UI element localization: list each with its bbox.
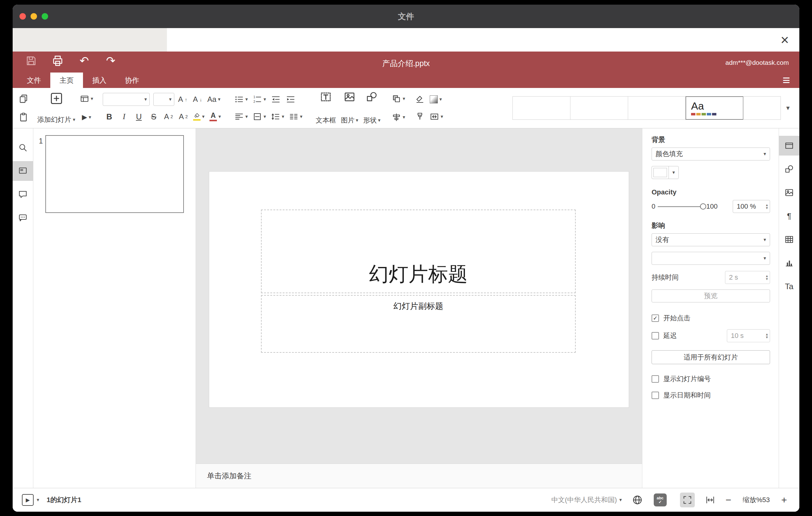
spinner-arrows[interactable]: ▴▾ (766, 203, 768, 210)
slides-panel-button[interactable] (13, 161, 33, 181)
theme-tile[interactable] (628, 96, 686, 120)
fullscreen-traffic-button[interactable] (42, 13, 48, 20)
image-settings-button[interactable] (779, 183, 800, 202)
horizontal-align-button[interactable]: ▾ (233, 110, 249, 124)
subtitle-placeholder[interactable]: 幻灯片副标题 (261, 295, 576, 353)
undo-button[interactable]: ↶ (78, 54, 91, 67)
chart-settings-button[interactable] (779, 253, 800, 273)
slide-layout-button[interactable]: ▾ (78, 92, 95, 106)
strikethrough-button[interactable]: S (147, 110, 160, 124)
slide-canvas[interactable]: 幻灯片标题 幻灯片副标题 (196, 128, 642, 463)
bullets-button[interactable]: ▾ (233, 92, 249, 107)
font-size-select[interactable]: ▾ (153, 93, 174, 106)
align-shape-button[interactable]: ▾ (390, 110, 407, 124)
slide-surface[interactable]: 幻灯片标题 幻灯片副标题 (209, 172, 629, 407)
language-select[interactable]: 中文(中华人民共和国) ▾ (551, 495, 622, 505)
minimize-traffic-button[interactable] (31, 13, 37, 20)
clear-style-button[interactable] (413, 92, 426, 107)
columns-button[interactable]: ▾ (288, 110, 304, 124)
paragraph-settings-button[interactable]: ¶ (779, 206, 800, 226)
apply-to-all-button[interactable]: 适用于所有幻灯片 (651, 350, 770, 364)
slide-size-button[interactable]: ▾ (428, 110, 444, 124)
change-case-button[interactable]: Aa▾ (206, 92, 222, 107)
insert-textbox-button[interactable]: 文本框 (313, 90, 339, 125)
zoom-in-button[interactable]: + (781, 494, 787, 506)
theme-tile[interactable] (570, 96, 628, 120)
show-slide-number-checkbox[interactable]: ✓ (651, 375, 659, 383)
delay-input[interactable]: 10 s ▴▾ (727, 329, 770, 342)
theme-tile[interactable] (513, 96, 571, 120)
increase-font-button[interactable]: A↑ (176, 92, 189, 107)
effect-option-select[interactable]: ▾ (651, 252, 770, 265)
theme-gallery-expand-button[interactable]: ▾ (781, 96, 795, 120)
tab-home[interactable]: 主页 (50, 73, 83, 88)
redo-button[interactable]: ↷ (104, 54, 118, 67)
search-panel-button[interactable] (13, 138, 33, 157)
insert-image-button[interactable]: 图片▾ (339, 90, 361, 125)
superscript-button[interactable]: A2 (162, 110, 175, 124)
spinner-arrows[interactable]: ▴▾ (766, 333, 768, 339)
slide-settings-button[interactable] (779, 136, 800, 155)
arrange-shape-button[interactable]: ▾ (390, 92, 407, 106)
insert-shape-button[interactable]: 形状▾ (361, 90, 383, 125)
tab-file[interactable]: 文件 (18, 73, 50, 88)
line-spacing-button[interactable]: ▾ (269, 110, 286, 124)
close-traffic-button[interactable] (20, 13, 26, 20)
background-color-picker[interactable]: ▾ (651, 166, 679, 179)
theme-tile[interactable] (743, 96, 781, 120)
spinner-arrows[interactable]: ▴▾ (766, 274, 768, 281)
decrease-font-button[interactable]: A↓ (191, 92, 204, 107)
notes-area[interactable]: 单击添加备注 (196, 463, 642, 488)
tab-insert[interactable]: 插入 (83, 73, 116, 88)
copy-button[interactable] (17, 92, 30, 106)
subscript-button[interactable]: A2 (177, 110, 190, 124)
textart-settings-button[interactable]: Ta (779, 277, 800, 296)
fit-to-slide-button[interactable] (680, 492, 695, 507)
font-color-button[interactable]: A ▾ (208, 110, 223, 124)
theme-tile-selected[interactable]: Aa (686, 96, 744, 120)
opacity-value-input[interactable]: 100 % ▴▾ (733, 200, 770, 213)
vertical-align-button[interactable]: ▾ (251, 110, 267, 124)
delay-checkbox[interactable]: ✓ (651, 332, 659, 340)
fill-color-icon (430, 95, 438, 104)
add-slide-button[interactable]: 添加幻灯片▾ (34, 90, 78, 125)
print-button[interactable] (51, 54, 64, 67)
shape-settings-icon (785, 165, 794, 174)
font-name-select[interactable]: ▾ (103, 93, 150, 106)
effect-select[interactable]: 没有 ▾ (651, 233, 770, 246)
highlight-color-button[interactable]: ▾ (192, 110, 206, 124)
fit-to-width-button[interactable] (703, 492, 718, 507)
tab-collaboration[interactable]: 协作 (116, 73, 148, 88)
spellcheck-button[interactable]: abc✓ (653, 492, 668, 507)
decrease-indent-button[interactable] (269, 92, 282, 107)
opacity-slider[interactable] (658, 203, 705, 210)
copy-style-button[interactable] (413, 110, 426, 124)
numbering-button[interactable]: 12 ▾ (251, 92, 267, 107)
save-button[interactable] (24, 54, 38, 67)
show-datetime-checkbox[interactable]: ✓ (651, 392, 659, 399)
duration-input[interactable]: 2 s ▴▾ (725, 271, 770, 284)
table-settings-button[interactable] (779, 230, 800, 249)
shape-settings-button[interactable] (779, 159, 800, 179)
italic-button[interactable]: I (118, 110, 130, 124)
comments-panel-button[interactable] (13, 184, 33, 204)
title-placeholder[interactable]: 幻灯片标题 (261, 209, 576, 293)
bold-button[interactable]: B (103, 110, 116, 124)
chat-panel-button[interactable] (13, 208, 33, 228)
slide-thumbnail[interactable] (45, 135, 184, 213)
document-language-button[interactable] (630, 492, 645, 507)
slider-knob[interactable] (700, 203, 706, 209)
chevron-down-icon[interactable]: ▾ (37, 497, 39, 503)
background-fill-select[interactable]: 颜色填充 ▾ (651, 147, 770, 161)
paste-button[interactable] (17, 110, 30, 124)
zoom-out-button[interactable]: − (726, 494, 731, 506)
increase-indent-button[interactable] (284, 92, 297, 107)
start-on-click-checkbox[interactable]: ✓ (651, 314, 659, 322)
close-icon[interactable]: × (781, 33, 789, 47)
start-slideshow-button[interactable]: ▶ ▾ (78, 110, 95, 124)
fill-color-button[interactable]: ▾ (428, 92, 443, 107)
underline-button[interactable]: U (132, 110, 145, 124)
hamburger-menu-icon[interactable]: ≡ (782, 74, 790, 87)
start-slideshow-status-button[interactable]: ▶ (22, 494, 34, 506)
preview-button[interactable]: 预览 (651, 289, 770, 303)
